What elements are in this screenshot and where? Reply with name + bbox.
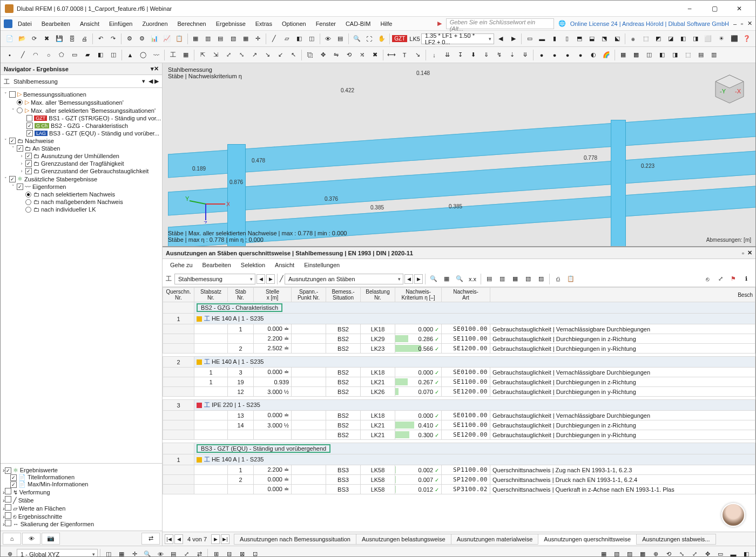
table-row[interactable]: 130.000 ≐BS2LK180.000✓SE0100.00Gebrauchs… bbox=[163, 368, 755, 377]
rot-icon[interactable]: ⟲ bbox=[343, 49, 355, 61]
circle-icon[interactable]: ○ bbox=[43, 49, 55, 61]
e6-icon[interactable]: ↘ bbox=[261, 49, 273, 61]
menu-ergebnisse[interactable]: Ergebnisse bbox=[212, 19, 250, 29]
results-icon[interactable]: 📊 bbox=[148, 33, 160, 45]
opening2-icon[interactable]: ◫ bbox=[107, 49, 119, 61]
assistant-avatar[interactable] bbox=[721, 503, 745, 527]
sb-end4-icon[interactable]: ▩ bbox=[637, 548, 649, 558]
table-row[interactable]: 1工 HE 140 A | 1 - S235 bbox=[163, 454, 755, 465]
3d-viewport[interactable]: Stahlbemessung Stäbe | Nachweiskriterium… bbox=[163, 63, 755, 247]
sb1-icon[interactable]: ◫ bbox=[103, 548, 114, 558]
rect-icon[interactable]: ▭ bbox=[69, 49, 80, 61]
hdr-stab[interactable]: StabNr. bbox=[228, 288, 254, 302]
ext1-icon[interactable]: ⎈ bbox=[627, 33, 639, 45]
chart-icon[interactable]: 📈 bbox=[161, 33, 172, 45]
sb7-icon[interactable]: ⤢ bbox=[180, 548, 192, 558]
l1-icon[interactable]: ↓ bbox=[428, 49, 440, 61]
hinge-icon[interactable]: ◯ bbox=[137, 49, 149, 61]
tr-next[interactable]: ▶ bbox=[414, 274, 423, 284]
c1-icon[interactable]: ● bbox=[536, 49, 548, 61]
cs-icon[interactable]: ⊕ bbox=[4, 548, 16, 558]
table-row[interactable]: 12.200 ≐BS3LK580.002✓SP1100.00Querschnit… bbox=[163, 465, 755, 475]
results-grid[interactable]: Querschn.Nr. StabsatzNr. StabNr. Stellex… bbox=[163, 287, 755, 532]
c3-icon[interactable]: ● bbox=[562, 49, 573, 61]
m7-icon[interactable]: ▤ bbox=[695, 49, 707, 61]
ext7-icon[interactable]: ⬜ bbox=[703, 33, 714, 45]
rb1-icon[interactable]: ▭ bbox=[524, 33, 535, 45]
table-row[interactable]: 1190.939BS2LK210.267✓SE1100.00Gebrauchst… bbox=[163, 377, 755, 387]
nav-tab-views[interactable]: 👁 bbox=[22, 533, 40, 545]
ttool5-icon[interactable]: ▤ bbox=[483, 273, 495, 285]
view1-icon[interactable]: ▦ bbox=[190, 33, 201, 45]
sb-end1-icon[interactable]: ▦ bbox=[598, 548, 610, 558]
mirror-icon[interactable]: ⇋ bbox=[330, 49, 342, 61]
menu-optionen[interactable]: Optionen bbox=[278, 19, 310, 29]
sb-end6-icon[interactable]: ⟲ bbox=[663, 548, 674, 558]
nav-close-icon[interactable]: ✕ bbox=[154, 65, 159, 72]
prev-lk-icon[interactable]: ◀ bbox=[495, 33, 507, 45]
tc-prev[interactable]: ◀ bbox=[256, 274, 265, 284]
table-pin-icon[interactable]: ▫ bbox=[742, 250, 744, 256]
sb-end9-icon[interactable]: ✥ bbox=[701, 548, 713, 558]
sb3-icon[interactable]: ✛ bbox=[129, 548, 140, 558]
c4-icon[interactable]: ● bbox=[575, 49, 586, 61]
table-row[interactable]: 1工 HE 140 A | 1 - S235 bbox=[163, 314, 755, 324]
ttool9-icon[interactable]: ▨ bbox=[535, 273, 547, 285]
table-row[interactable]: 3工 IPE 220 | 1 - S235 bbox=[163, 400, 755, 411]
sb10-icon[interactable]: ⊟ bbox=[223, 548, 235, 558]
table-result-combo[interactable]: Ausnutzungen an Stäben bbox=[285, 274, 403, 284]
tab-querschnitt[interactable]: Ausnutzungen querschnittsweise bbox=[538, 534, 637, 545]
sb9-icon[interactable]: ⊞ bbox=[210, 548, 222, 558]
mdi-restore-icon[interactable]: ▫ bbox=[741, 21, 743, 27]
ttool4-icon[interactable]: x.x bbox=[467, 273, 478, 285]
pg-first[interactable]: |◀ bbox=[165, 534, 173, 544]
tab-belastung[interactable]: Ausnutzungen belastungsweise bbox=[356, 534, 451, 545]
tab-material[interactable]: Ausnutzungen materialweise bbox=[451, 534, 539, 545]
ttool2-icon[interactable]: ▦ bbox=[441, 273, 453, 285]
cube-icon[interactable]: ⬛ bbox=[728, 33, 740, 45]
mat-icon[interactable]: ▦ bbox=[180, 49, 192, 61]
navigator-section[interactable]: 工 Stahlbemessung▾◀ ▶ bbox=[1, 75, 162, 88]
table-row[interactable]: 20.000 ≐BS3LK580.007✓SP1200.00Querschnit… bbox=[163, 475, 755, 485]
ttool13-icon[interactable]: ⤢ bbox=[714, 273, 726, 285]
sb8-icon[interactable]: ⇄ bbox=[193, 548, 205, 558]
view2-icon[interactable]: ▥ bbox=[202, 33, 214, 45]
save-icon[interactable]: 💾 bbox=[54, 33, 65, 45]
dim-icon[interactable]: ⟷ bbox=[386, 49, 397, 61]
report-icon[interactable]: 📋 bbox=[174, 33, 185, 45]
ttool14-icon[interactable]: ⚑ bbox=[727, 273, 739, 285]
hdr-besch[interactable]: Besch bbox=[490, 288, 755, 302]
arc-icon[interactable]: ◠ bbox=[30, 49, 42, 61]
menu-fenster[interactable]: Fenster bbox=[312, 19, 340, 29]
menu-bearbeiten[interactable]: Bearbeiten bbox=[37, 19, 75, 29]
table-row[interactable]: BS2LK210.300✓SE1200.00Gebrauchstauglichk… bbox=[163, 430, 755, 440]
table-group[interactable]: BS2 - GZG - Charakteristisch bbox=[163, 302, 755, 314]
hdr-bemess[interactable]: Bemess.-Situation bbox=[326, 288, 361, 302]
nav-tab-options[interactable]: ⇄ bbox=[141, 533, 160, 545]
del-icon[interactable]: ✖ bbox=[369, 49, 381, 61]
sb-end7-icon[interactable]: ⤡ bbox=[676, 548, 687, 558]
solid-icon[interactable]: ◧ bbox=[294, 33, 305, 45]
app-menu-icon[interactable] bbox=[4, 19, 12, 28]
ttool8-icon[interactable]: ▧ bbox=[522, 273, 534, 285]
ttool7-icon[interactable]: ▦ bbox=[509, 273, 521, 285]
hdr-art[interactable]: Nachweis-Art bbox=[442, 288, 490, 302]
m3-icon[interactable]: ◫ bbox=[643, 49, 655, 61]
table-row[interactable]: 123.000 ½BS2LK260.070✓SE1200.00Gebrauchs… bbox=[163, 387, 755, 397]
menu-datei[interactable]: Datei bbox=[14, 19, 36, 29]
l3-icon[interactable]: ↧ bbox=[454, 49, 466, 61]
c5-icon[interactable]: ◐ bbox=[588, 49, 599, 61]
axes-icon[interactable]: ✛ bbox=[252, 33, 264, 45]
ttool6-icon[interactable]: ▥ bbox=[496, 273, 508, 285]
ttool11-icon[interactable]: 📋 bbox=[565, 273, 577, 285]
menu-extras[interactable]: Extras bbox=[251, 19, 276, 29]
table-row[interactable]: 2工 HE 140 A | 1 - S235 bbox=[163, 357, 755, 368]
print-icon[interactable]: 🖨 bbox=[79, 33, 90, 45]
poly-icon[interactable]: ⬠ bbox=[56, 49, 68, 61]
l4-icon[interactable]: ⬇ bbox=[467, 49, 479, 61]
calc-icon[interactable]: ⚙ bbox=[124, 33, 135, 45]
rb2-icon[interactable]: ▬ bbox=[536, 33, 548, 45]
nav-tab-cam[interactable]: 📷 bbox=[42, 533, 60, 545]
e7-icon[interactable]: ↙ bbox=[274, 49, 286, 61]
table-row[interactable]: 22.502 ≐BS2LK230.566✓SE1200.00Gebrauchst… bbox=[163, 344, 755, 354]
